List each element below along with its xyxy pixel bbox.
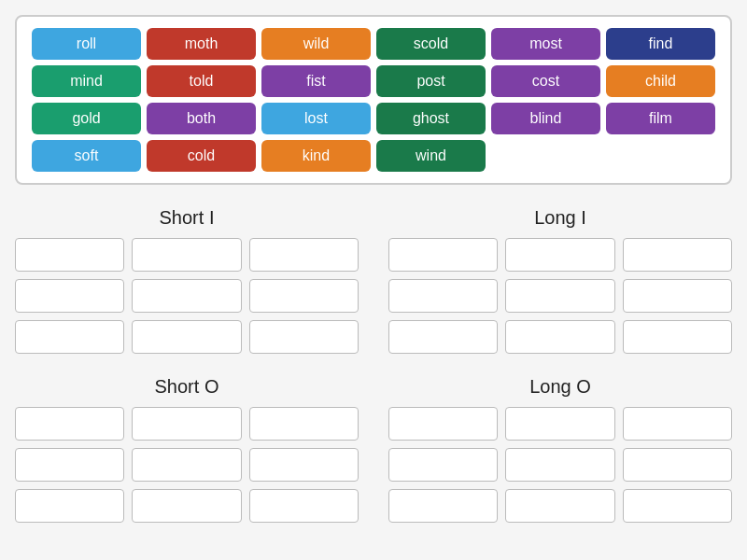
drop-cell-short-o-1[interactable] bbox=[132, 407, 241, 441]
word-tile-blind[interactable]: blind bbox=[491, 103, 600, 134]
drop-cell-short-o-3[interactable] bbox=[15, 448, 124, 482]
drop-cell-short-i-1[interactable] bbox=[132, 238, 241, 272]
section-short-i: Short I bbox=[15, 207, 359, 354]
word-tile-moth[interactable]: moth bbox=[147, 28, 256, 60]
word-tile-soft[interactable]: soft bbox=[32, 140, 141, 172]
drop-cell-long-i-0[interactable] bbox=[388, 238, 498, 272]
section-long-i: Long I bbox=[388, 207, 732, 354]
section-title-long-o: Long O bbox=[529, 376, 591, 398]
word-tile-cold[interactable]: cold bbox=[147, 140, 256, 172]
drop-cell-long-i-1[interactable] bbox=[505, 238, 614, 272]
word-tile-fist[interactable]: fist bbox=[261, 65, 371, 97]
drop-grid-short-o bbox=[15, 407, 359, 523]
section-title-short-o: Short O bbox=[155, 376, 219, 398]
word-tile-child[interactable]: child bbox=[606, 65, 715, 97]
section-long-o: Long O bbox=[388, 376, 732, 523]
drop-cell-short-i-5[interactable] bbox=[249, 279, 359, 313]
drop-grid-short-i bbox=[15, 238, 359, 354]
drop-cell-long-i-2[interactable] bbox=[623, 238, 732, 272]
drop-grid-long-i bbox=[388, 238, 732, 354]
drop-grid-long-o bbox=[388, 407, 732, 523]
section-title-long-i: Long I bbox=[534, 207, 586, 229]
word-tile-post[interactable]: post bbox=[376, 65, 486, 97]
drop-cell-short-i-7[interactable] bbox=[132, 320, 241, 354]
sections-container: Short ILong IShort OLong O bbox=[15, 207, 732, 523]
drop-cell-long-i-6[interactable] bbox=[388, 320, 498, 354]
word-tile-scold[interactable]: scold bbox=[376, 28, 486, 60]
word-tile-wind[interactable]: wind bbox=[376, 140, 486, 172]
drop-cell-long-o-3[interactable] bbox=[388, 448, 498, 482]
drop-cell-short-o-5[interactable] bbox=[249, 448, 359, 482]
drop-cell-short-i-0[interactable] bbox=[15, 238, 124, 272]
drop-cell-long-o-8[interactable] bbox=[623, 489, 732, 523]
word-tile-roll[interactable]: roll bbox=[32, 28, 141, 60]
word-tile-mind[interactable]: mind bbox=[32, 65, 141, 97]
drop-cell-long-o-4[interactable] bbox=[505, 448, 614, 482]
drop-cell-long-o-5[interactable] bbox=[623, 448, 732, 482]
drop-cell-short-o-7[interactable] bbox=[132, 489, 241, 523]
section-title-short-i: Short I bbox=[160, 207, 215, 229]
drop-cell-short-o-6[interactable] bbox=[15, 489, 124, 523]
drop-cell-long-i-7[interactable] bbox=[505, 320, 614, 354]
drop-cell-short-i-2[interactable] bbox=[249, 238, 359, 272]
word-tile-gold[interactable]: gold bbox=[32, 103, 141, 134]
drop-cell-long-i-8[interactable] bbox=[623, 320, 732, 354]
word-tile-most[interactable]: most bbox=[491, 28, 600, 60]
word-tile-ghost[interactable]: ghost bbox=[376, 103, 486, 134]
drop-cell-short-i-8[interactable] bbox=[249, 320, 359, 354]
drop-cell-short-o-4[interactable] bbox=[132, 448, 241, 482]
word-tile-film[interactable]: film bbox=[606, 103, 715, 134]
word-bank: rollmothwildscoldmostfindmindtoldfistpos… bbox=[15, 15, 732, 185]
drop-cell-short-o-8[interactable] bbox=[249, 489, 359, 523]
drop-cell-long-i-5[interactable] bbox=[623, 279, 732, 313]
drop-cell-short-i-6[interactable] bbox=[15, 320, 124, 354]
word-tile-find[interactable]: find bbox=[606, 28, 715, 60]
drop-cell-long-i-4[interactable] bbox=[505, 279, 614, 313]
drop-cell-short-i-3[interactable] bbox=[15, 279, 124, 313]
drop-cell-long-o-0[interactable] bbox=[388, 407, 498, 441]
word-tile-kind[interactable]: kind bbox=[261, 140, 371, 172]
section-short-o: Short O bbox=[15, 376, 359, 523]
word-tile-cost[interactable]: cost bbox=[491, 65, 600, 97]
word-tile-lost[interactable]: lost bbox=[261, 103, 371, 134]
drop-cell-long-o-2[interactable] bbox=[623, 407, 732, 441]
word-tile-wild[interactable]: wild bbox=[261, 28, 371, 60]
drop-cell-long-i-3[interactable] bbox=[388, 279, 498, 313]
word-tile-both[interactable]: both bbox=[147, 103, 256, 134]
drop-cell-short-o-0[interactable] bbox=[15, 407, 124, 441]
drop-cell-long-o-6[interactable] bbox=[388, 489, 498, 523]
drop-cell-long-o-1[interactable] bbox=[505, 407, 614, 441]
drop-cell-short-o-2[interactable] bbox=[249, 407, 359, 441]
word-tile-told[interactable]: told bbox=[147, 65, 256, 97]
drop-cell-short-i-4[interactable] bbox=[132, 279, 241, 313]
drop-cell-long-o-7[interactable] bbox=[505, 489, 614, 523]
